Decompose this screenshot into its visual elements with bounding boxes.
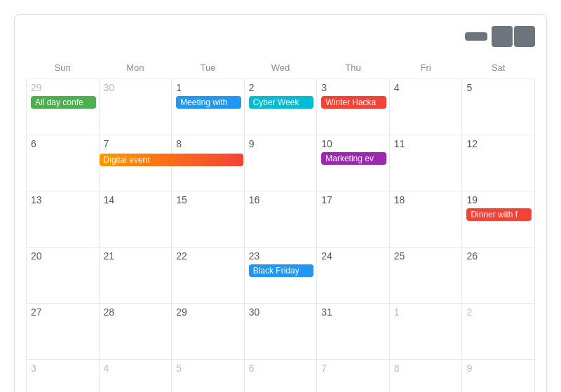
next-button[interactable] — [514, 26, 535, 47]
day-number: 3 — [321, 82, 386, 93]
event-pill[interactable]: Dinner with f — [466, 208, 532, 221]
day-number: 2 — [466, 306, 532, 318]
event-pill[interactable]: Marketing ev — [321, 152, 386, 165]
calendar-cell[interactable]: 29 — [172, 304, 245, 360]
calendar-cell[interactable]: 3 — [27, 360, 100, 393]
day-number: 27 — [31, 306, 96, 318]
calendar-cell[interactable]: 21 — [99, 248, 172, 304]
calendar-cell[interactable]: 13 — [27, 191, 100, 248]
header-controls — [465, 26, 535, 47]
prev-button[interactable] — [492, 26, 513, 47]
event-pill[interactable]: Black Friday — [249, 264, 314, 277]
calendar-cell[interactable]: 2Cyber Week — [244, 79, 317, 135]
day-number: 6 — [31, 138, 96, 149]
weekday-label: Thu — [317, 58, 390, 79]
day-number: 31 — [321, 306, 386, 318]
day-number: 19 — [466, 194, 532, 205]
day-number: 9 — [249, 138, 314, 149]
calendar-cell[interactable]: 14 — [99, 191, 172, 248]
event-pill[interactable]: All day confe — [31, 96, 96, 109]
calendar-grid: SunMonTueWedThuFriSat 29All day confe301… — [26, 58, 535, 392]
calendar-cell[interactable]: 30 — [244, 304, 317, 360]
calendar-cell[interactable]: 26 — [462, 248, 535, 304]
day-number: 20 — [31, 250, 96, 262]
nav-group — [492, 26, 535, 47]
calendar-cell[interactable]: 18 — [389, 191, 462, 248]
day-number: 2 — [249, 82, 314, 93]
day-number: 4 — [394, 82, 459, 93]
day-number: 30 — [249, 306, 314, 318]
day-number: 17 — [321, 194, 386, 205]
day-number: 5 — [176, 363, 241, 374]
event-pill[interactable]: Cyber Week — [249, 96, 314, 109]
calendar-cell[interactable]: 8 — [389, 360, 462, 393]
calendar-cell[interactable]: 22 — [172, 248, 245, 304]
calendar-cell[interactable]: 17 — [317, 191, 390, 248]
calendar-cell[interactable]: 20 — [27, 248, 100, 304]
weekday-label: Fri — [389, 58, 462, 79]
calendar-cell[interactable]: 2 — [462, 304, 535, 360]
calendar-cell[interactable]: 10Marketing ev — [317, 135, 390, 191]
weekday-label: Sun — [27, 58, 100, 79]
calendar-cell[interactable]: 16 — [244, 191, 317, 248]
day-number: 18 — [394, 194, 459, 205]
calendar-cell[interactable]: 12 — [462, 135, 535, 191]
calendar-cell[interactable]: 30 — [99, 79, 172, 135]
calendar-cell[interactable]: 6 — [27, 135, 100, 191]
weekday-label: Sat — [462, 58, 535, 79]
calendar-cell[interactable]: 11 — [389, 135, 462, 191]
day-number: 15 — [176, 194, 241, 205]
calendar-cell[interactable]: 6 — [244, 360, 317, 393]
calendar-cell[interactable]: 29All day confe — [27, 79, 100, 135]
day-number: 6 — [249, 363, 314, 374]
day-number: 21 — [104, 250, 169, 262]
day-number: 13 — [31, 194, 96, 205]
calendar-cell[interactable]: 23Black Friday — [244, 248, 317, 304]
day-number: 8 — [176, 138, 241, 149]
calendar-cell[interactable]: 24 — [317, 248, 390, 304]
calendar-cell[interactable]: 7 — [317, 360, 390, 393]
calendar-cell[interactable]: 31 — [317, 304, 390, 360]
calendar-container: SunMonTueWedThuFriSat 29All day confe301… — [14, 14, 547, 392]
span-event[interactable]: Digital event — [100, 154, 243, 166]
day-number: 4 — [104, 363, 169, 374]
day-number: 12 — [466, 138, 532, 149]
day-number: 16 — [249, 194, 314, 205]
day-number: 22 — [176, 250, 241, 262]
calendar-cell[interactable]: 9 — [462, 360, 535, 393]
calendar-cell[interactable]: 9 — [244, 135, 317, 191]
calendar-row: 20212223Black Friday242526 — [27, 248, 535, 304]
day-number: 14 — [104, 194, 169, 205]
calendar-cell[interactable]: 27 — [27, 304, 100, 360]
calendar-cell[interactable]: 25 — [389, 248, 462, 304]
calendar-cell[interactable]: 1Meeting with — [172, 79, 245, 135]
calendar-cell[interactable]: 7Digital event — [99, 135, 172, 191]
day-number: 29 — [31, 82, 96, 93]
day-number: 30 — [104, 82, 169, 93]
event-pill[interactable]: Meeting with — [176, 96, 241, 109]
today-button[interactable] — [465, 32, 487, 41]
day-number: 28 — [104, 306, 169, 318]
day-number: 1 — [176, 82, 241, 93]
day-number: 23 — [249, 250, 314, 262]
calendar-row: 3456789 — [27, 360, 535, 393]
day-number: 5 — [466, 82, 532, 93]
weekday-header-row: SunMonTueWedThuFriSat — [27, 58, 535, 79]
calendar-cell[interactable]: 4 — [389, 79, 462, 135]
calendar-cell[interactable]: 28 — [99, 304, 172, 360]
calendar-row: 272829303112 — [27, 304, 535, 360]
calendar-header — [26, 26, 535, 47]
calendar-cell[interactable]: 5 — [462, 79, 535, 135]
day-number: 1 — [394, 306, 459, 318]
calendar-cell[interactable]: 3Winter Hacka — [317, 79, 390, 135]
weekday-label: Tue — [172, 58, 245, 79]
calendar-cell[interactable]: 15 — [172, 191, 245, 248]
day-number: 24 — [321, 250, 386, 262]
event-pill[interactable]: Winter Hacka — [321, 96, 386, 109]
day-number: 25 — [394, 250, 459, 262]
calendar-cell[interactable]: 19Dinner with f — [462, 191, 535, 248]
calendar-cell[interactable]: 4 — [99, 360, 172, 393]
day-number: 9 — [466, 363, 532, 374]
calendar-cell[interactable]: 5 — [172, 360, 245, 393]
calendar-cell[interactable]: 1 — [389, 304, 462, 360]
